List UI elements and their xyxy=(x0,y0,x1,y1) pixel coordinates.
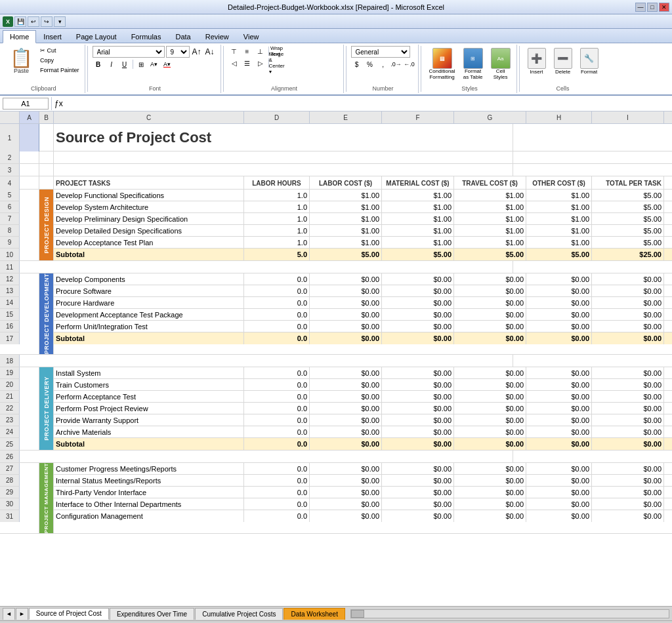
cell-i24[interactable]: $0.00 xyxy=(592,426,664,438)
align-bottom-button[interactable]: ⊥ xyxy=(255,46,266,56)
cell-a3[interactable] xyxy=(20,164,39,176)
cell-26[interactable] xyxy=(20,451,513,462)
cell-d27[interactable]: 0.0 xyxy=(244,463,310,475)
cell-d12[interactable]: 0.0 xyxy=(244,273,310,285)
row-21-header[interactable]: 21 xyxy=(0,391,20,403)
cell-b2[interactable] xyxy=(39,151,54,163)
cut-button[interactable]: ✂ Cut xyxy=(37,46,82,55)
col-c-header[interactable]: C xyxy=(54,111,244,123)
cell-g8[interactable]: $1.00 xyxy=(454,225,526,237)
cell-g15[interactable]: $0.00 xyxy=(454,309,526,321)
cell-e24[interactable]: $0.00 xyxy=(310,426,382,438)
cell-title[interactable]: Source of Project Cost xyxy=(54,124,513,151)
cell-e22[interactable]: $0.00 xyxy=(310,403,382,414)
cell-a1[interactable] xyxy=(20,124,39,151)
row-25-header[interactable]: 25 xyxy=(0,438,20,450)
row-27-header[interactable]: 27 xyxy=(0,463,20,475)
border-button[interactable]: ⊞ xyxy=(135,59,147,70)
cell-c15[interactable]: Development Acceptance Test Package xyxy=(54,309,244,321)
cell-i29[interactable]: $0.00 xyxy=(592,487,664,498)
cell-g12[interactable]: $0.00 xyxy=(454,273,526,285)
cell-d30[interactable]: 0.0 xyxy=(244,498,310,510)
grow-font-button[interactable]: A↑ xyxy=(191,47,203,57)
cell-g20[interactable]: $0.00 xyxy=(454,379,526,391)
cell-h30[interactable]: $0.00 xyxy=(526,498,592,510)
cell-i21[interactable]: $0.00 xyxy=(592,391,664,403)
cell-c25[interactable]: Subtotal xyxy=(54,438,244,450)
number-format-select[interactable]: General xyxy=(351,46,410,58)
shrink-font-button[interactable]: A↓ xyxy=(204,47,216,57)
cell-f7[interactable]: $1.00 xyxy=(382,213,454,225)
cell-g5[interactable]: $1.00 xyxy=(454,190,526,201)
row-18-header[interactable]: 18 xyxy=(0,355,20,367)
cell-d17[interactable]: 0.0 xyxy=(244,332,310,344)
cell-e8[interactable]: $1.00 xyxy=(310,225,382,237)
fill-color-button[interactable]: A▾ xyxy=(148,59,160,70)
cell-f27[interactable]: $0.00 xyxy=(382,463,454,475)
cell-h9[interactable]: $1.00 xyxy=(526,237,592,249)
cell-d28[interactable]: 0.0 xyxy=(244,475,310,487)
row-16-header[interactable]: 16 xyxy=(0,321,20,332)
cell-g14[interactable]: $0.00 xyxy=(454,297,526,309)
cell-b1[interactable] xyxy=(39,124,54,151)
cell-h8[interactable]: $1.00 xyxy=(526,225,592,237)
cell-d10[interactable]: 5.0 xyxy=(244,249,310,260)
save-quick-button[interactable]: 💾 xyxy=(14,16,26,27)
cell-i27[interactable]: $0.00 xyxy=(592,463,664,475)
cell-c27[interactable]: Customer Progress Meetings/Reports xyxy=(54,463,244,475)
cell-h29[interactable]: $0.00 xyxy=(526,487,592,498)
cell-f14[interactable]: $0.00 xyxy=(382,297,454,309)
format-as-table-button[interactable]: ⊞ Formatas Table xyxy=(460,46,486,83)
cell-c7[interactable]: Develop Preliminary Design Specification xyxy=(54,213,244,225)
italic-button[interactable]: I xyxy=(106,59,117,70)
row-28-header[interactable]: 28 xyxy=(0,475,20,487)
cell-d4-header[interactable]: LABOR HOURS xyxy=(244,176,310,190)
cell-e25[interactable]: $0.00 xyxy=(310,438,382,450)
cell-h15[interactable]: $0.00 xyxy=(526,309,592,321)
cell-b4[interactable] xyxy=(39,176,54,190)
cell-d5[interactable]: 1.0 xyxy=(244,190,310,201)
cell-c28[interactable]: Internal Status Meetings/Reports xyxy=(54,475,244,487)
cell-e29[interactable]: $0.00 xyxy=(310,487,382,498)
cell-h20[interactable]: $0.00 xyxy=(526,379,592,391)
row-14-header[interactable]: 14 xyxy=(0,297,20,309)
cell-h17[interactable]: $0.00 xyxy=(526,332,592,344)
bold-button[interactable]: B xyxy=(93,59,104,70)
cell-h31[interactable]: $0.00 xyxy=(526,510,592,522)
increase-decimal-button[interactable]: .0→ xyxy=(390,59,402,70)
cell-g30[interactable]: $0.00 xyxy=(454,498,526,510)
cell-d14[interactable]: 0.0 xyxy=(244,297,310,309)
cell-f19[interactable]: $0.00 xyxy=(382,367,454,379)
cell-e4-header[interactable]: LABOR COST ($) xyxy=(310,176,382,190)
redo-quick-button[interactable]: ↪ xyxy=(41,16,52,27)
cell-c30[interactable]: Interface to Other Internal Departments xyxy=(54,498,244,510)
window-controls[interactable]: — □ ✕ xyxy=(635,3,669,12)
sheet-tab-expenditures[interactable]: Expenditures Over Time xyxy=(110,608,194,620)
cell-c31[interactable]: Configuration Management xyxy=(54,510,244,522)
cell-e17[interactable]: $0.00 xyxy=(310,332,382,344)
cell-g24[interactable]: $0.00 xyxy=(454,426,526,438)
cell-c4-header[interactable]: PROJECT TASKS xyxy=(54,176,244,190)
tab-view[interactable]: View xyxy=(236,30,266,43)
qa-dropdown[interactable]: ▾ xyxy=(54,16,66,27)
cell-h25[interactable]: $0.00 xyxy=(526,438,592,450)
cell-e13[interactable]: $0.00 xyxy=(310,285,382,297)
align-middle-button[interactable]: ≡ xyxy=(242,46,253,56)
row-2-header[interactable]: 2 xyxy=(0,151,20,163)
cell-c13[interactable]: Procure Software xyxy=(54,285,244,297)
cell-e15[interactable]: $0.00 xyxy=(310,309,382,321)
cell-c24[interactable]: Archive Materials xyxy=(54,426,244,438)
cell-i28[interactable]: $0.00 xyxy=(592,475,664,487)
conditional-formatting-button[interactable]: ▤ ConditionalFormatting xyxy=(426,46,459,83)
cell-g13[interactable]: $0.00 xyxy=(454,285,526,297)
col-e-header[interactable]: E xyxy=(310,111,382,123)
merge-center-button[interactable]: Merge & Center ▾ xyxy=(271,58,283,68)
cell-c17[interactable]: Subtotal xyxy=(54,332,244,344)
cell-h23[interactable]: $0.00 xyxy=(526,414,592,426)
cell-e31[interactable]: $0.00 xyxy=(310,510,382,522)
cell-h7[interactable]: $1.00 xyxy=(526,213,592,225)
cell-i19[interactable]: $0.00 xyxy=(592,367,664,379)
cell-f22[interactable]: $0.00 xyxy=(382,403,454,414)
cell-c14[interactable]: Procure Hardware xyxy=(54,297,244,309)
cell-i30[interactable]: $0.00 xyxy=(592,498,664,510)
